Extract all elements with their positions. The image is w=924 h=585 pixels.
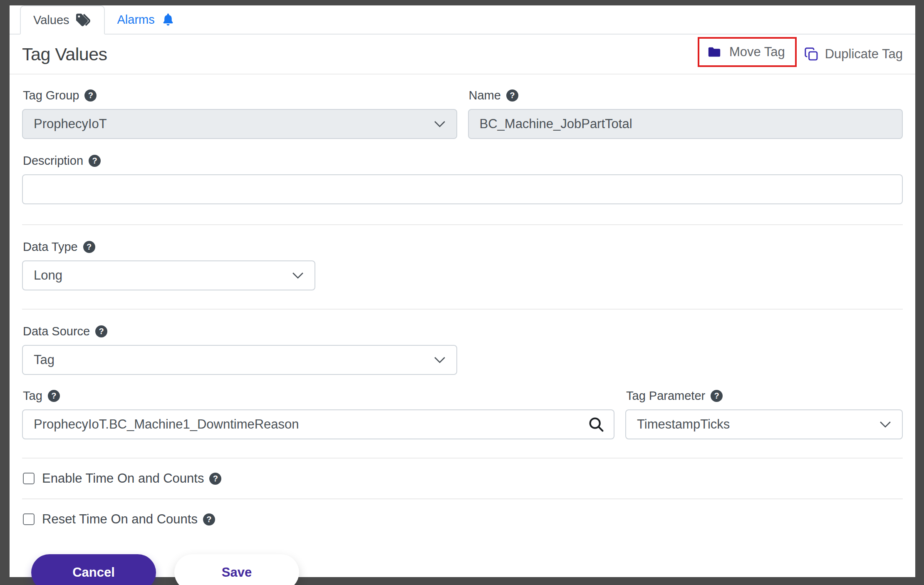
chevron-down-icon xyxy=(434,357,446,364)
form-buttons: Cancel Save xyxy=(31,554,903,585)
tag-parameter-select[interactable]: TimestampTicks xyxy=(625,409,903,439)
data-source-label-row: Data Source ? xyxy=(23,325,903,338)
tag-group-value: ProphecyIoT xyxy=(34,117,107,131)
cancel-button[interactable]: Cancel xyxy=(31,554,156,585)
tag-value: ProphecyIoT.BC_Machine1_DowntimeReason xyxy=(34,417,299,432)
tab-values-label: Values xyxy=(33,13,69,27)
tag-label: Tag xyxy=(23,389,42,403)
duplicate-tag-button[interactable]: Duplicate Tag xyxy=(804,47,903,62)
question-circle-icon[interactable]: ? xyxy=(83,241,95,253)
section-divider xyxy=(22,224,903,225)
tag-group-label-row: Tag Group ? xyxy=(23,89,457,102)
move-tag-button[interactable]: Move Tag xyxy=(706,45,785,59)
tag-parameter-label-row: Tag Parameter ? xyxy=(626,389,903,403)
data-source-value: Tag xyxy=(34,352,54,367)
tab-bar: Values Alarms xyxy=(10,5,915,35)
move-tag-annotation-box: Move Tag xyxy=(698,37,797,67)
save-button[interactable]: Save xyxy=(174,554,299,585)
data-source-label: Data Source xyxy=(23,325,90,338)
name-input[interactable]: BC_Machine_JobPartTotal xyxy=(468,109,903,139)
duplicate-tag-label: Duplicate Tag xyxy=(825,47,903,62)
chevron-down-icon xyxy=(292,272,304,279)
move-tag-label: Move Tag xyxy=(729,45,785,59)
question-circle-icon[interactable]: ? xyxy=(89,155,101,167)
tags-icon xyxy=(76,13,92,27)
tab-alarms-label: Alarms xyxy=(117,13,155,27)
question-circle-icon[interactable]: ? xyxy=(84,89,97,102)
tab-values[interactable]: Values xyxy=(20,5,105,35)
tab-alarms[interactable]: Alarms xyxy=(105,5,188,34)
reset-time-on-label: Reset Time On and Counts xyxy=(42,512,198,527)
reset-time-on-checkbox[interactable] xyxy=(23,513,35,525)
reset-time-on-label-row: Reset Time On and Counts ? xyxy=(42,512,215,527)
tag-search-input[interactable]: ProphecyIoT.BC_Machine1_DowntimeReason xyxy=(22,409,614,439)
duplicate-icon xyxy=(804,47,818,61)
data-source-select[interactable]: Tag xyxy=(22,345,457,375)
data-type-select[interactable]: Long xyxy=(22,260,315,290)
tag-values-panel: Values Alarms Tag Values xyxy=(10,5,915,577)
reset-time-on-row: Reset Time On and Counts ? xyxy=(22,499,903,539)
chevron-down-icon xyxy=(879,421,891,428)
search-icon[interactable] xyxy=(588,416,604,433)
page-header: Tag Values Move Tag xyxy=(10,35,915,74)
tag-group-select[interactable]: ProphecyIoT xyxy=(22,109,457,139)
enable-time-on-checkbox[interactable] xyxy=(23,473,35,484)
tag-parameter-label: Tag Parameter xyxy=(626,389,705,403)
question-circle-icon[interactable]: ? xyxy=(48,390,60,402)
tag-parameter-value: TimestampTicks xyxy=(637,417,730,432)
header-actions: Move Tag Duplicate Tag xyxy=(698,41,903,67)
description-input[interactable] xyxy=(22,174,903,204)
page-title: Tag Values xyxy=(22,44,107,64)
question-circle-icon[interactable]: ? xyxy=(506,89,518,102)
tag-group-label: Tag Group xyxy=(23,89,79,102)
question-circle-icon[interactable]: ? xyxy=(209,473,221,485)
data-type-label: Data Type xyxy=(23,240,78,254)
question-circle-icon[interactable]: ? xyxy=(95,325,107,337)
chevron-down-icon xyxy=(434,121,446,128)
name-value: BC_Machine_JobPartTotal xyxy=(480,117,632,131)
bell-icon xyxy=(161,12,175,27)
enable-time-on-label: Enable Time On and Counts xyxy=(42,471,204,486)
section-divider xyxy=(22,309,903,310)
enable-time-on-label-row: Enable Time On and Counts ? xyxy=(42,471,221,486)
description-label-row: Description ? xyxy=(23,154,903,168)
question-circle-icon[interactable]: ? xyxy=(711,390,723,402)
tag-values-form: Tag Group ? ProphecyIoT Name ? BC_Machin… xyxy=(10,74,915,585)
question-circle-icon[interactable]: ? xyxy=(203,513,215,526)
name-label: Name xyxy=(469,89,501,102)
description-label: Description xyxy=(23,154,83,168)
data-type-label-row: Data Type ? xyxy=(23,240,903,254)
name-label-row: Name ? xyxy=(469,89,903,102)
tag-label-row: Tag ? xyxy=(23,389,614,403)
folder-icon xyxy=(706,45,723,59)
enable-time-on-row: Enable Time On and Counts ? xyxy=(22,459,903,498)
data-type-value: Long xyxy=(34,268,62,283)
